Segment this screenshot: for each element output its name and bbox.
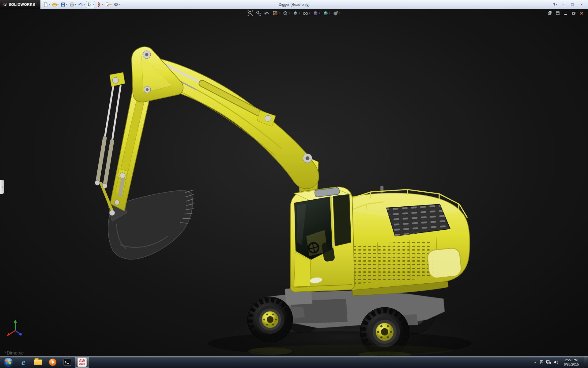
taskbar-item-command-prompt[interactable] — [60, 357, 74, 368]
dropdown-caret: ▾ — [111, 3, 112, 6]
view-orientation-label: *Dimetric — [5, 350, 24, 355]
system-tray: ▲ 2:27 PM 6/26/2015 — [534, 356, 588, 368]
network-icon[interactable] — [546, 360, 551, 364]
titlebar: SOLIDWORKS ▾ ▾ ▾ ▾ ▾ ▾ ▾ — [0, 0, 588, 9]
apply-scene-button[interactable]: ▾ — [323, 10, 330, 16]
hide-show-items-glasses-icon — [303, 10, 308, 16]
internet-explorer-icon: e — [21, 358, 25, 367]
view-settings-button[interactable]: ▾ — [333, 10, 341, 16]
zoom-to-area-icon — [256, 10, 261, 16]
options-button[interactable]: ▾ — [113, 1, 121, 8]
view-orientation-icon — [282, 10, 288, 16]
select-button[interactable]: ▾ — [86, 1, 95, 8]
graphics-area[interactable]: ▾ ▾ ▾ ▾ ▾ ▾ ▾ — [0, 9, 588, 356]
hide-show-items-button[interactable]: ▾ — [303, 10, 310, 16]
file-properties-button[interactable]: ▾ — [104, 1, 113, 8]
engine-housing[interactable] — [342, 186, 470, 296]
cascade-windows-icon[interactable] — [556, 11, 560, 15]
select-cursor-icon — [87, 2, 92, 7]
previous-view-button[interactable] — [264, 10, 270, 16]
dropdown-caret: ▾ — [93, 3, 94, 6]
cab[interactable] — [290, 187, 355, 292]
dropdown-caret: ▾ — [288, 12, 290, 14]
doc-minimize-icon[interactable] — [564, 11, 568, 15]
zoom-to-fit-button[interactable] — [247, 10, 253, 16]
clock-date: 6/26/2015 — [564, 362, 579, 366]
new-document-icon — [43, 2, 48, 7]
solidworks-logo[interactable]: SOLIDWORKS — [0, 0, 40, 9]
maximize-button[interactable]: □ — [568, 2, 576, 8]
solidworks-app-icon: SW 2015 — [77, 358, 87, 367]
taskbar-item-internet-explorer[interactable]: e — [16, 357, 30, 368]
section-view-button[interactable]: ▾ — [272, 10, 280, 16]
apply-scene-globe-icon — [323, 10, 329, 16]
side-window[interactable] — [333, 194, 351, 246]
action-center-icon[interactable] — [539, 360, 543, 364]
dropdown-caret: ▾ — [49, 3, 50, 6]
taskbar-clock[interactable]: 2:27 PM 6/26/2015 — [561, 358, 581, 367]
dropdown-caret: ▾ — [102, 3, 103, 6]
taskbar-item-solidworks-2015[interactable]: SW 2015 — [75, 357, 89, 368]
help-icon: ? — [553, 2, 555, 7]
dropdown-caret: ▾ — [309, 12, 310, 14]
volume-icon[interactable] — [554, 360, 559, 364]
taskbar: e SW 2015 ▲ — [0, 356, 588, 368]
solidworks-logo-text: SOLIDWORKS — [9, 2, 35, 7]
command-prompt-icon — [63, 358, 71, 366]
display-style-button[interactable]: ▾ — [292, 10, 300, 16]
view-orientation-button[interactable]: ▾ — [282, 10, 290, 16]
boom-assembly[interactable] — [95, 47, 319, 259]
3d-scene[interactable] — [0, 9, 588, 356]
new-window-icon[interactable] — [548, 11, 552, 15]
view-settings-icon — [333, 10, 339, 16]
wheel-front[interactable] — [247, 297, 293, 342]
print-button[interactable]: ▾ — [69, 1, 77, 8]
open-button[interactable]: ▾ — [51, 1, 60, 8]
file-properties-icon — [105, 2, 110, 7]
doc-close-icon[interactable] — [579, 11, 584, 15]
folder-icon — [34, 359, 42, 365]
tray-expand-icon[interactable]: ▲ — [534, 361, 536, 364]
clock-time: 2:27 PM — [564, 358, 579, 362]
show-desktop-button[interactable] — [584, 356, 587, 368]
featuremanager-collapsed-tab[interactable]: ◄ — [0, 180, 4, 194]
dropdown-caret: ▾ — [299, 12, 300, 14]
zoom-to-area-button[interactable] — [256, 10, 261, 16]
undo-icon — [78, 2, 83, 7]
media-player-icon — [49, 358, 57, 366]
save-icon — [61, 2, 66, 7]
windows-start-icon — [3, 357, 13, 367]
doc-restore-icon[interactable] — [571, 11, 576, 15]
headsup-view-toolbar: ▾ ▾ ▾ ▾ ▾ ▾ ▾ — [247, 10, 340, 16]
dropdown-caret: ▾ — [66, 3, 67, 6]
edit-appearance-button[interactable]: ▾ — [313, 10, 320, 16]
open-icon — [52, 2, 57, 7]
orientation-triad — [7, 320, 22, 336]
close-button[interactable]: × — [578, 2, 586, 8]
minimize-button[interactable]: – — [559, 2, 567, 8]
dropdown-caret: ▾ — [278, 12, 280, 14]
side-panel-vents — [342, 240, 435, 285]
taskbar-item-media-player[interactable] — [46, 357, 60, 368]
rebuild-icon — [96, 2, 101, 7]
zoom-to-fit-icon — [247, 10, 253, 16]
rebuild-button[interactable]: ▾ — [95, 1, 104, 8]
save-button[interactable]: ▾ — [60, 1, 68, 8]
options-gear-icon — [114, 2, 119, 7]
excavator-model[interactable] — [95, 47, 470, 356]
dropdown-caret: ▾ — [119, 3, 120, 6]
print-icon — [70, 2, 74, 7]
rear-panel-window[interactable] — [427, 247, 462, 279]
dropdown-caret: ▾ — [84, 3, 85, 6]
taskbar-item-windows-explorer[interactable] — [31, 357, 45, 368]
display-style-icon — [292, 10, 298, 16]
dropdown-caret: ▾ — [556, 3, 557, 6]
dropdown-caret: ▾ — [339, 12, 341, 14]
document-window-controls — [548, 11, 584, 15]
dropdown-caret: ▾ — [75, 3, 76, 6]
new-document-button[interactable]: ▾ — [42, 1, 51, 8]
dropdown-caret: ▾ — [329, 12, 330, 14]
start-button[interactable] — [3, 357, 13, 367]
help-button[interactable]: ? ▾ — [552, 1, 558, 8]
undo-button[interactable]: ▾ — [77, 1, 86, 8]
